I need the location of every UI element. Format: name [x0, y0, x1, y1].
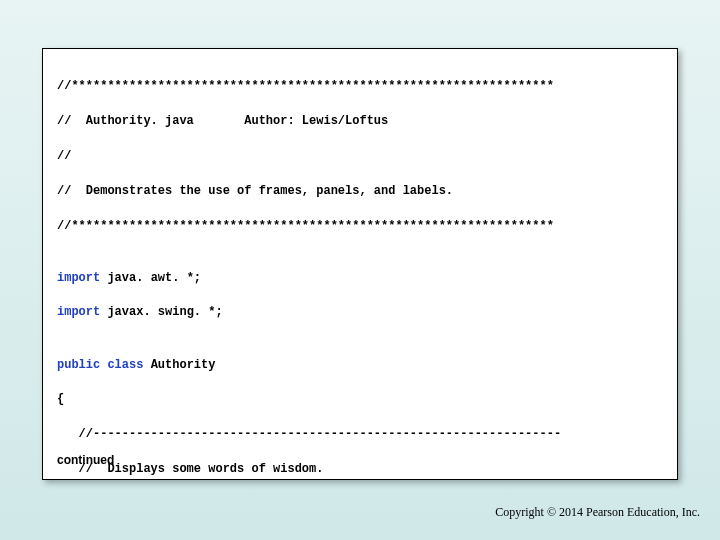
keyword: class: [107, 358, 143, 372]
code-line: // Authority. java Author: Lewis/Loftus: [57, 113, 663, 130]
code-text: [143, 358, 150, 372]
code-line: {: [57, 391, 663, 408]
code-line: //**************************************…: [57, 78, 663, 95]
code-line: //**************************************…: [57, 218, 663, 235]
code-line: public class Authority: [57, 357, 663, 374]
slide-container: //**************************************…: [0, 0, 720, 540]
code-line: //: [57, 148, 663, 165]
copyright-text: Copyright © 2014 Pearson Education, Inc.: [495, 505, 700, 520]
code-line: import javax. swing. *;: [57, 304, 663, 321]
keyword: import: [57, 271, 100, 285]
continued-label: continued: [57, 452, 114, 469]
code-line: import java. awt. *;: [57, 270, 663, 287]
keyword: import: [57, 305, 100, 319]
code-text: Authority: [151, 358, 216, 372]
code-text: java. awt. *;: [107, 271, 201, 285]
keyword: public: [57, 358, 100, 372]
code-text: javax. swing. *;: [107, 305, 222, 319]
code-line: //--------------------------------------…: [57, 426, 663, 443]
code-line: // Displays some words of wisdom.: [57, 461, 663, 478]
code-line: // Demonstrates the use of frames, panel…: [57, 183, 663, 200]
code-block: //**************************************…: [42, 48, 678, 480]
